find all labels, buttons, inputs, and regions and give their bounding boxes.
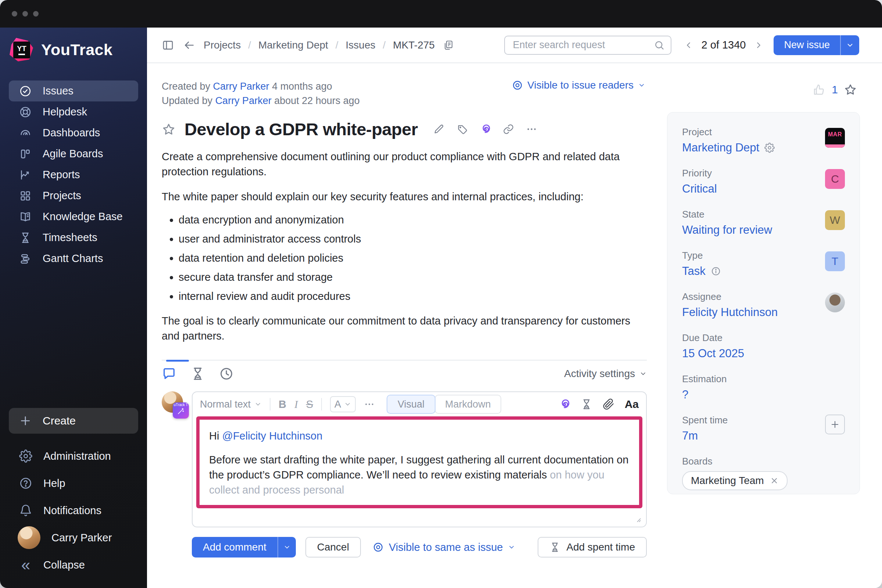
plus-icon [830,420,840,429]
comment-visibility-dropdown[interactable]: Visible to same as issue [373,542,516,554]
breadcrumb-issue-id[interactable]: MKT-275 [393,39,435,51]
board-chip[interactable]: Marketing Team [682,471,788,490]
priority-value-link[interactable]: Critical [682,182,717,195]
add-comment-button[interactable]: Add comment [192,537,278,558]
new-issue-dropdown-button[interactable] [840,35,859,55]
star-issue-icon[interactable] [162,122,176,136]
breadcrumb-separator: / [248,39,251,51]
add-spent-time-plus-button[interactable] [825,414,845,434]
sidebar-item-timesheets[interactable]: Timesheets [9,227,138,248]
state-badge[interactable]: W [825,210,845,230]
sidebar-item-knowledge-base[interactable]: Knowledge Base [9,206,138,227]
copy-icon[interactable] [443,40,454,51]
sidebar-item-administration[interactable]: Administration [9,442,138,470]
ai-spiral-icon[interactable] [559,398,570,410]
tag-icon[interactable] [456,123,468,135]
sidebar-item-help[interactable]: Help [9,470,138,497]
activity-settings-dropdown[interactable]: Activity settings [564,368,647,380]
window-minimize-button[interactable] [22,11,28,16]
back-arrow-icon[interactable] [183,39,195,51]
spent-time-value-link[interactable]: 7m [682,429,698,442]
sidebar-item-projects[interactable]: Projects [9,185,138,206]
visual-mode-button[interactable]: Visual [387,395,435,414]
main-area: Projects / Marketing Dept / Issues / MKT… [147,28,882,588]
toolbar-divider [321,398,322,411]
sidebar-item-gantt-charts[interactable]: Gantt Charts [9,248,138,269]
estimation-value-link[interactable]: ? [682,388,688,401]
gear-icon[interactable] [764,142,775,153]
paragraph-style-dropdown[interactable]: Normal text [200,399,262,410]
list-item: internal review and audit procedures [178,289,647,303]
search-icon[interactable] [654,40,665,51]
issue-content: Created by Carry Parker 4 months ago Upd… [147,63,667,588]
activity-settings-label: Activity settings [564,368,635,380]
priority-badge[interactable]: C [825,169,845,189]
comment-visibility-label: Visible to same as issue [389,542,503,554]
close-icon[interactable] [770,476,779,485]
type-badge[interactable]: T [825,251,845,271]
add-spent-time-button[interactable]: Add spent time [538,537,647,558]
paperclip-icon[interactable] [603,398,615,410]
cancel-button[interactable]: Cancel [305,537,361,558]
star-icon[interactable] [844,83,857,96]
sidebar-item-agile-boards[interactable]: Agile Boards [9,143,138,164]
text-color-dropdown[interactable]: A [330,396,356,412]
sidebar-item-helpdesk[interactable]: Helpdesk [9,101,138,122]
bold-button[interactable]: B [279,398,286,411]
time-clock-tab-icon[interactable] [219,366,234,381]
sidebar-item-label: Reports [43,169,80,181]
help-circle-icon [19,477,32,490]
panel-left-icon[interactable] [162,39,174,51]
chevron-left-icon[interactable] [684,40,693,50]
hourglass-icon[interactable] [580,398,592,410]
chevron-right-icon[interactable] [754,40,763,50]
project-value-link[interactable]: Marketing Dept [682,141,759,154]
markdown-mode-button[interactable]: Markdown [435,395,501,414]
sidebar-item-label: Gantt Charts [43,252,103,265]
sidebar: YT YouTrack Issues Helpdesk Dashboards [0,28,147,588]
more-actions-icon[interactable] [526,123,537,135]
breadcrumb-issues[interactable]: Issues [346,39,376,51]
state-value-link[interactable]: Waiting for review [682,224,772,237]
sidebar-item-label: Dashboards [43,127,100,139]
thumb-up-icon[interactable] [813,83,826,96]
youtrack-logo[interactable]: YT YouTrack [0,38,147,62]
search-input[interactable] [512,39,654,51]
created-by-user-link[interactable]: Carry Parker [213,81,269,92]
link-icon[interactable] [503,123,514,135]
text-size-button[interactable]: Aa [625,398,639,411]
project-avatar[interactable]: MAR [825,128,845,148]
create-button[interactable]: Create [9,408,138,434]
agile-board-icon [19,148,32,160]
sidebar-item-notifications[interactable]: Notifications [9,497,138,524]
window-zoom-button[interactable] [33,11,39,16]
history-hourglass-tab-icon[interactable] [190,366,205,381]
add-comment-dropdown-button[interactable] [278,537,296,558]
assignee-value-link[interactable]: Felicity Hutchinson [682,306,778,319]
user-menu[interactable]: Carry Parker [9,524,138,551]
info-icon[interactable] [711,266,721,276]
more-formatting-icon[interactable] [364,399,375,410]
sidebar-item-dashboards[interactable]: Dashboards [9,122,138,143]
collapse-sidebar-button[interactable]: « Collapse [9,551,138,579]
breadcrumb-marketing-dept[interactable]: Marketing Dept [258,39,328,51]
updated-by-user-link[interactable]: Carry Parker [215,95,272,106]
comments-tab-icon[interactable] [162,366,176,381]
resize-handle-icon[interactable] [634,516,642,523]
issue-visibility-dropdown[interactable]: Visible to issue readers [512,80,647,91]
comment-input[interactable]: Hi @Felicity Hutchinson Before we start … [196,416,642,508]
italic-button[interactable]: I [294,398,298,411]
due-date-value-link[interactable]: 15 Oct 2025 [682,347,744,360]
sidebar-item-reports[interactable]: Reports [9,164,138,185]
sidebar-item-issues[interactable]: Issues [9,81,138,101]
type-value-link[interactable]: Task [682,265,706,278]
field-label: State [682,209,819,220]
assignee-avatar[interactable] [825,292,845,312]
pencil-icon[interactable] [433,123,445,135]
mention-link[interactable]: @Felicity Hutchinson [222,430,322,442]
ai-spiral-icon[interactable] [480,123,491,135]
breadcrumb-projects[interactable]: Projects [204,39,241,51]
window-close-button[interactable] [12,11,17,16]
new-issue-button[interactable]: New issue [774,35,840,55]
strikethrough-button[interactable]: S [306,398,313,411]
